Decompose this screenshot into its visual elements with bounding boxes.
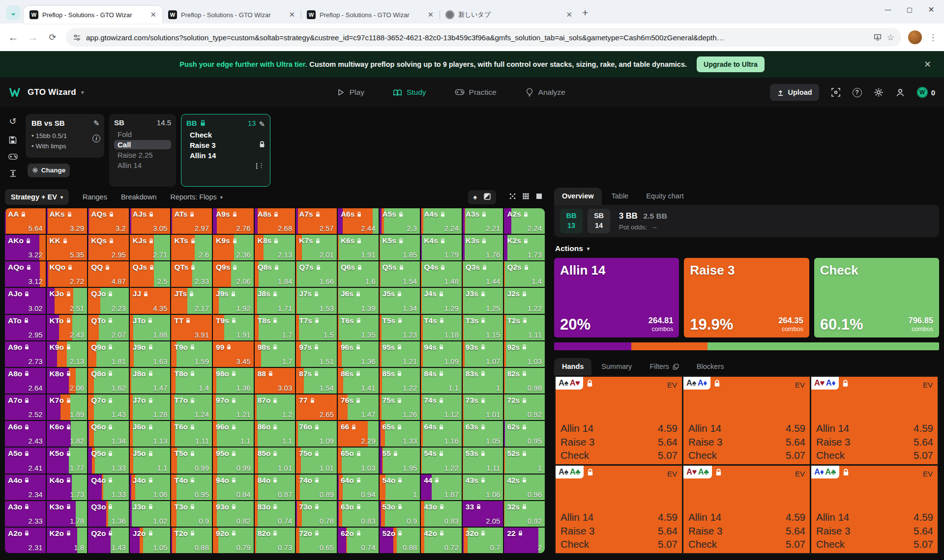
hand-combo-card[interactable]: A♠A♣EVAllin 144.59Raise 35.64Check5.07 [556,466,682,553]
gto-wizard-logo[interactable] [9,87,23,98]
upgrade-to-ultra-button[interactable]: Upgrade to Ultra [697,56,765,72]
matrix-cell-T8s[interactable]: T8s1.7 [255,315,295,340]
action-card-check[interactable]: Check60.1%796.85combos [814,258,939,337]
hand-combo-card[interactable]: A♠A♥EVAllin 144.59Raise 35.64Check5.07 [556,377,682,464]
tree-options-icon[interactable]: [⋮ [256,162,265,169]
matrix-cell-T6s[interactable]: T6s1.35 [338,315,379,340]
browser-tab[interactable]: WPreflop - Solutions - GTO Wizar✕ [24,6,162,24]
matrix-cell-94s[interactable]: 94s1.09 [421,341,462,367]
matrix-cell-J6s[interactable]: J6s1.39 [338,288,379,313]
browser-tab[interactable]: 新しいタブ✕ [440,6,578,24]
matrix-cell-76o[interactable]: 76o1.09 [296,421,337,447]
matrix-cell-QJs[interactable]: QJs2.5 [130,261,171,287]
matrix-cell-J7s[interactable]: J7s1.53 [296,288,337,313]
nav-item-practice[interactable]: Practice [455,87,497,97]
info-icon[interactable]: i [92,135,100,142]
fit-height-icon[interactable] [9,169,17,177]
matrix-cell-T6o[interactable]: T6o1.11 [171,421,212,447]
nav-item-play[interactable]: Play [336,87,364,97]
window-minimize-button[interactable]: — [877,0,899,19]
matrix-cell-T4s[interactable]: T4s1.18 [421,315,462,340]
matrix-cell-J2s[interactable]: J2s1.22 [504,288,545,313]
address-bar[interactable]: app.gtowizard.com/solutions?solution_typ… [66,28,901,47]
bb-action-option[interactable]: Check [186,130,256,140]
matrix-cell-A6s[interactable]: A6s2.44 [338,208,379,234]
matrix-cell-A3o[interactable]: A3o2.33 [5,501,46,527]
tab-summary[interactable]: Summary [593,358,640,375]
hand-combo-card[interactable]: A♥A♣EVAllin 144.59Raise 35.64Check5.07 [683,466,810,553]
tab-overview[interactable]: Overview [554,188,602,205]
grid-solid-icon[interactable] [536,193,542,201]
matrix-cell-AJo[interactable]: AJo3.02 [5,288,46,313]
matrix-cell-TT[interactable]: TT3.91 [171,315,212,340]
matrix-cell-85o[interactable]: 85o1.01 [255,448,295,473]
matrix-cell-T4o[interactable]: T4o0.95 [171,475,212,500]
matrix-cell-QTs[interactable]: QTs2.33 [171,261,212,287]
install-icon[interactable] [873,33,882,42]
ranges-tab[interactable]: Ranges [83,193,107,201]
matrix-cell-K2o[interactable]: K2o1.8 [47,528,88,553]
matrix-cell-Q8s[interactable]: Q8s1.84 [255,261,295,287]
split-view-icon[interactable] [484,193,491,201]
matrix-cell-75s[interactable]: 75s1.26 [380,394,420,420]
matrix-cell-92s[interactable]: 92s1.03 [504,341,545,367]
matrix-cell-73o[interactable]: 73o0.78 [296,501,337,527]
matrix-cell-83o[interactable]: 83o0.74 [255,501,295,527]
matrix-cell-84s[interactable]: 84s1.1 [421,368,462,393]
matrix-cell-J3o[interactable]: J3o1.02 [130,501,171,527]
matrix-cell-93o[interactable]: 93o0.82 [213,501,254,527]
matrix-cell-A7s[interactable]: A7s2.57 [296,208,337,234]
hand-combo-card[interactable]: A♠A♦EVAllin 144.59Raise 35.64Check5.07 [683,377,810,464]
history-icon[interactable]: ↺ [9,116,16,127]
grid-compact-icon[interactable] [509,193,516,201]
tab-close-icon[interactable]: ✕ [288,10,296,19]
banner-close-icon[interactable]: ✕ [924,59,931,70]
action-card-allin[interactable]: Allin 1420%264.81combos [554,258,679,337]
matrix-cell-72o[interactable]: 72o0.65 [296,528,337,553]
tab-filters[interactable]: Filters [642,358,686,375]
matrix-cell-95s[interactable]: 95s1.21 [380,341,420,367]
sb-stack-chip[interactable]: SB14 [588,209,610,233]
matrix-cell-K8s[interactable]: K8s2.13 [255,235,295,260]
tab-hands[interactable]: Hands [554,358,591,375]
matrix-cell-98o[interactable]: 98o1.36 [213,368,254,393]
matrix-cell-KJs[interactable]: KJs2.71 [130,235,171,260]
matrix-cell-J8s[interactable]: J8s1.71 [255,288,295,313]
matrix-cell-66[interactable]: 662.29 [338,421,379,447]
profile-avatar[interactable] [908,30,922,44]
matrix-cell-T5o[interactable]: T5o0.99 [171,448,212,473]
reports-flops-dropdown[interactable]: Reports: Flops▾ [170,193,222,201]
grid-matrix-icon[interactable] [523,193,529,201]
matrix-cell-J3s[interactable]: J3s1.25 [463,288,503,313]
strategy-ev-dropdown[interactable]: Strategy + EV▾ [5,189,69,205]
matrix-cell-K4o[interactable]: K4o1.73 [47,475,88,500]
matrix-cell-T9o[interactable]: T9o1.59 [171,341,212,367]
matrix-cell-64s[interactable]: 64s1.16 [421,421,462,447]
matrix-cell-88[interactable]: 883.03 [255,368,295,393]
matrix-cell-86s[interactable]: 86s1.41 [338,368,379,393]
sb-action-option[interactable]: Call [114,140,171,149]
change-spot-button[interactable]: Change [28,164,70,177]
matrix-cell-QJo[interactable]: QJo2.23 [88,288,129,313]
action-card-raise[interactable]: Raise 319.9%264.35combos [684,258,809,337]
window-maximize-button[interactable]: ▢ [899,0,920,19]
suits-view-icon[interactable]: ♠ [473,193,477,201]
matrix-cell-Q7s[interactable]: Q7s1.66 [296,261,337,287]
matrix-cell-84o[interactable]: 84o0.87 [255,475,295,500]
matrix-cell-JTs[interactable]: JTs2.17 [171,288,212,313]
matrix-cell-43o[interactable]: 43o0.83 [421,501,462,527]
forward-button[interactable]: → [27,31,39,43]
matrix-cell-82s[interactable]: 82s0.98 [504,368,545,393]
matrix-cell-33[interactable]: 332.05 [463,501,503,527]
matrix-cell-T2o[interactable]: T2o0.88 [171,528,212,553]
matrix-cell-65s[interactable]: 65s1.33 [380,421,420,447]
matrix-cell-53s[interactable]: 53s1.11 [463,448,503,473]
spot-summary-panel[interactable]: BB vs SB • 15bb 0.5/1 • With limps ✎ i [26,114,104,158]
matrix-cell-AKo[interactable]: AKo3.22 [5,235,46,260]
matrix-cell-87s[interactable]: 87s1.54 [296,368,337,393]
edit-pencil-icon[interactable]: ✎ [93,119,100,128]
matrix-cell-Q8o[interactable]: Q8o1.62 [88,368,129,393]
matrix-cell-93s[interactable]: 93s1.07 [463,341,503,367]
help-icon[interactable]: ? [853,88,862,97]
matrix-cell-Q6o[interactable]: Q6o1.34 [88,421,129,447]
